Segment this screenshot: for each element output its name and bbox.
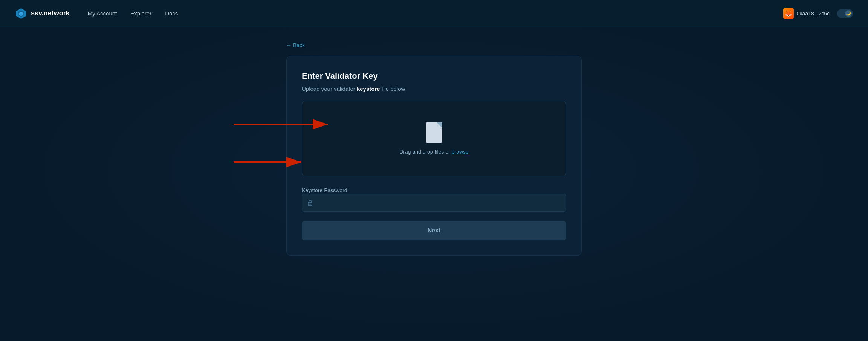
- password-input-wrapper: [302, 194, 566, 212]
- file-icon: [426, 122, 442, 143]
- navbar-right: 🦊 0xaa18...2c5c 🌙: [783, 8, 853, 19]
- password-input[interactable]: [302, 194, 566, 212]
- svg-point-4: [310, 204, 311, 205]
- subtitle-suffix: file below: [380, 86, 405, 92]
- nav-my-account[interactable]: My Account: [88, 10, 117, 17]
- back-link-text: ← Back: [286, 42, 305, 48]
- logo-icon: [15, 8, 27, 20]
- theme-toggle-dot: 🌙: [845, 10, 852, 17]
- card-subtitle: Upload your validator keystore file belo…: [302, 86, 566, 92]
- next-button[interactable]: Next: [302, 221, 566, 240]
- nav-explorer[interactable]: Explorer: [130, 10, 151, 17]
- logo-text: ssv.network: [31, 9, 70, 17]
- back-link[interactable]: ← Back: [286, 42, 582, 48]
- subtitle-plain: Upload your validator: [302, 86, 357, 92]
- navbar-links: My Account Explorer Docs: [88, 10, 783, 17]
- logo[interactable]: ssv.network: [15, 8, 70, 20]
- card-title: Enter Validator Key: [302, 71, 566, 81]
- validator-key-card: Enter Validator Key Upload your validato…: [286, 56, 582, 256]
- wallet-address[interactable]: 🦊 0xaa18...2c5c: [783, 8, 830, 19]
- password-field-group: Keystore Password: [302, 187, 566, 212]
- wallet-avatar: 🦊: [783, 8, 794, 19]
- theme-toggle[interactable]: 🌙: [837, 9, 853, 18]
- navbar: ssv.network My Account Explorer Docs 🦊 0…: [0, 0, 868, 27]
- nav-docs[interactable]: Docs: [165, 10, 178, 17]
- subtitle-bold: keystore: [357, 86, 380, 92]
- browse-link[interactable]: browse: [452, 149, 469, 155]
- main-content: ← Back Enter Validator Key Upload your v…: [0, 27, 868, 256]
- password-label: Keystore Password: [302, 187, 347, 193]
- file-drop-zone[interactable]: Drag and drop files or browse: [302, 101, 566, 176]
- lock-icon: [307, 199, 313, 206]
- drop-text: Drag and drop files or browse: [399, 149, 469, 155]
- drop-text-plain: Drag and drop files or: [399, 149, 452, 155]
- wallet-address-text: 0xaa18...2c5c: [797, 11, 830, 17]
